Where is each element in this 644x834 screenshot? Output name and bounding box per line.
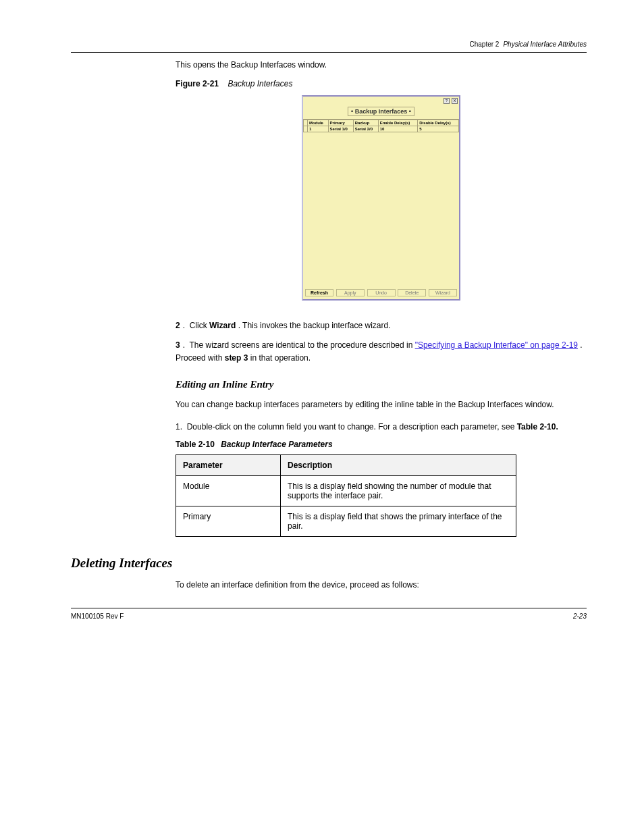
col-enable-delay: Enable Delay(s) [378, 120, 418, 126]
step-2-bold: Wizard [209, 321, 236, 330]
refresh-button[interactable]: Refresh [305, 289, 333, 296]
header-title: Physical Interface Attributes [503, 41, 587, 48]
section-heading: 2.5.5Deleting Interfaces [0, 556, 587, 571]
param-header-parameter: Parameter [176, 455, 281, 476]
inline-para: You can change backup interfaces paramet… [176, 398, 587, 411]
col-backup: Backup [353, 120, 378, 126]
delete-button[interactable]: Delete [398, 289, 426, 296]
table-row[interactable]: 1 Serial 1/0 Serial 2/0 10 5 [304, 126, 459, 132]
data-table-area: Module Primary Backup Enable Delay(s) Di… [303, 119, 459, 286]
backup-interfaces-window: ? X • Backup Interfaces • Module [302, 95, 460, 301]
inline-step-1-text: Double-click on the column field you wan… [187, 422, 517, 432]
table-2-10-num: Table 2-10 [176, 440, 215, 449]
figure-caption: Figure 2-21 Backup Interfaces [176, 79, 587, 88]
step-3-link[interactable]: "Specifying a Backup Interface" on page … [415, 340, 578, 350]
param-cell-primary-desc: This is a display field that shows the p… [281, 506, 516, 537]
param-row-module: Module This is a display field showing t… [176, 476, 516, 506]
footer-right: 2-23 [573, 613, 587, 620]
close-icon[interactable]: X [452, 98, 458, 104]
header-chapter: Chapter 2 [470, 41, 500, 48]
window-titlebar: ? X [303, 97, 459, 105]
param-cell-module: Module [176, 476, 281, 506]
col-primary: Primary [328, 120, 353, 126]
param-cell-module-desc: This is a display field showing the numb… [281, 476, 516, 506]
param-cell-primary: Primary [176, 506, 281, 537]
cell-primary[interactable]: Serial 1/0 [328, 126, 353, 132]
undo-button[interactable]: Undo [367, 289, 396, 296]
step-2-post: . This invokes the backup interface wiza… [238, 321, 391, 330]
step-2-number: 2 [176, 321, 180, 330]
table-2-10-title: Backup Interface Parameters [221, 440, 332, 449]
window-title: • Backup Interfaces • [348, 107, 414, 116]
inline-heading: Editing an Inline Entry [176, 379, 587, 390]
cell-enable[interactable]: 10 [378, 126, 418, 132]
backup-table[interactable]: Module Primary Backup Enable Delay(s) Di… [303, 120, 459, 132]
step-2-pre: Click [190, 321, 209, 330]
section-title: Deleting Interfaces [71, 556, 172, 570]
step-3-post3: in that operation. [250, 353, 311, 363]
button-row: Refresh Apply Undo Delete Wizard [303, 286, 459, 299]
section-para: To delete an interface definition from t… [176, 579, 587, 592]
step-3-pre: The wizard screens are identical to the … [189, 340, 414, 350]
param-row-primary: Primary This is a display field that sho… [176, 506, 516, 537]
step-2: 2. Click Wizard . This invokes the backu… [176, 319, 587, 332]
col-disable-delay: Disable Delay(s) [418, 120, 459, 126]
figure-title: Backup Interfaces [227, 79, 292, 88]
wizard-button[interactable]: Wizard [429, 289, 457, 296]
param-table: Parameter Description Module This is a d… [176, 454, 516, 537]
figure-number: Figure 2-21 [176, 79, 219, 88]
inline-step-1: 1. Double-click on the column field you … [176, 421, 587, 434]
cell-disable[interactable]: 5 [418, 126, 459, 132]
param-header-description: Description [281, 455, 516, 476]
intro-text: This opens the Backup Interfaces window. [176, 59, 587, 71]
help-icon[interactable]: ? [444, 98, 450, 104]
col-module: Module [307, 120, 328, 126]
footer-left: MN100105 Rev F [71, 613, 124, 620]
step-3-number: 3 [176, 340, 180, 350]
cell-module[interactable]: 1 [307, 126, 328, 132]
cell-backup[interactable]: Serial 2/0 [353, 126, 378, 132]
page-footer: MN100105 Rev F 2-23 [71, 608, 587, 620]
inline-step-1-bold: Table 2-10. [517, 422, 558, 432]
table-2-10-caption: Table 2-10 Backup Interface Parameters [176, 440, 587, 449]
apply-button[interactable]: Apply [336, 289, 365, 296]
step-3-bold2: step 3 [225, 353, 248, 363]
step-3: 3. The wizard screens are identical to t… [176, 339, 587, 364]
table-header-row: Module Primary Backup Enable Delay(s) Di… [304, 120, 459, 126]
